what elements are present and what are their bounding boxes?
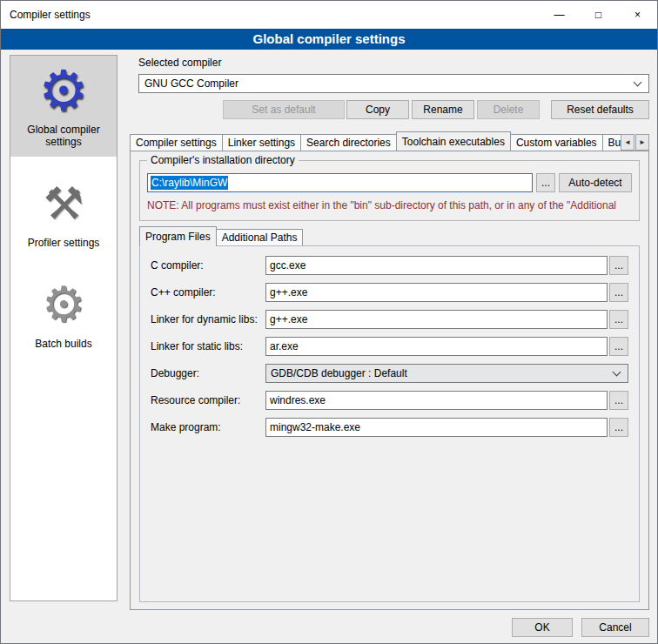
dynamic-linker-input[interactable] xyxy=(265,310,608,329)
rename-button[interactable]: Rename xyxy=(412,100,474,119)
group-title: Compiler's installation directory xyxy=(147,154,299,166)
sidebar-item-label: Batch builds xyxy=(12,338,115,350)
program-files-panel: C compiler: ... C++ compiler: ... Linker… xyxy=(139,245,640,602)
field-row-static-linker: Linker for static libs: ... xyxy=(151,337,628,356)
field-row-cpp-compiler: C++ compiler: ... xyxy=(151,283,628,302)
compiler-select[interactable]: GNU GCC Compiler xyxy=(138,74,649,93)
field-row-c-compiler: C compiler: ... xyxy=(151,256,628,275)
delete-button[interactable]: Delete xyxy=(477,100,540,119)
debugger-select-value: GDB/CDB debugger : Default xyxy=(271,367,407,379)
browse-button[interactable]: ... xyxy=(609,283,628,302)
sidebar-item-profiler-settings[interactable]: ⚒ Profiler settings xyxy=(10,169,117,258)
auto-detect-button[interactable]: Auto-detect xyxy=(559,173,632,192)
sidebar-item-batch-builds[interactable]: ⚙ Batch builds xyxy=(10,270,117,359)
window-title: Compiler settings xyxy=(1,9,91,21)
chevron-down-icon xyxy=(634,78,642,87)
field-label: Linker for dynamic libs: xyxy=(151,313,265,325)
copy-button[interactable]: Copy xyxy=(346,100,409,119)
tab-search-directories[interactable]: Search directories xyxy=(300,134,397,151)
browse-button[interactable]: ... xyxy=(609,310,628,329)
tab-linker-settings[interactable]: Linker settings xyxy=(222,134,301,151)
reset-defaults-button[interactable]: Reset defaults xyxy=(551,100,649,119)
dialog-header: Global compiler settings xyxy=(1,29,657,50)
close-button[interactable]: × xyxy=(618,1,657,28)
profiler-tool-icon: ⚒ xyxy=(12,176,115,231)
tab-scrollers: ◄ ► xyxy=(621,134,649,151)
set-as-default-button[interactable]: Set as default xyxy=(223,100,345,119)
field-row-make-program: Make program: ... xyxy=(151,418,628,437)
tab-custom-variables[interactable]: Custom variables xyxy=(510,134,603,151)
browse-button[interactable]: ... xyxy=(609,391,628,410)
program-files-tabstrip: Program Files Additional Paths xyxy=(139,226,640,245)
field-row-resource-compiler: Resource compiler: ... xyxy=(151,391,628,410)
minimize-button[interactable]: — xyxy=(540,1,579,28)
installation-directory-group: Compiler's installation directory C:\ray… xyxy=(139,160,640,221)
field-label: C++ compiler: xyxy=(151,286,265,299)
field-row-dynamic-linker: Linker for dynamic libs: ... xyxy=(151,310,628,329)
field-row-debugger: Debugger: GDB/CDB debugger : Default xyxy=(151,364,628,383)
chevron-down-icon xyxy=(613,368,621,377)
browse-button[interactable]: ... xyxy=(609,418,628,437)
main-area: Selected compiler GNU GCC Compiler Set a… xyxy=(130,55,649,612)
field-label: Linker for static libs: xyxy=(151,340,265,352)
c-compiler-input[interactable] xyxy=(265,256,608,275)
caption-buttons: — □ × xyxy=(540,1,657,28)
toolchain-panel: Compiler's installation directory C:\ray… xyxy=(130,151,649,610)
field-label: Debugger: xyxy=(151,367,265,379)
field-label: Resource compiler: xyxy=(151,394,265,406)
field-label: C compiler: xyxy=(151,259,265,272)
cancel-button[interactable]: Cancel xyxy=(581,618,649,637)
cpp-compiler-input[interactable] xyxy=(265,283,608,302)
selected-compiler-label: Selected compiler xyxy=(138,57,221,69)
static-linker-input[interactable] xyxy=(265,337,608,356)
make-program-input[interactable] xyxy=(265,418,608,437)
sidebar: ⚙ Global compiler settings ⚒ Profiler se… xyxy=(10,55,118,601)
ok-button[interactable]: OK xyxy=(512,618,573,637)
installation-directory-row: C:\raylib\MinGW ... Auto-detect xyxy=(147,173,632,192)
installation-directory-input[interactable]: C:\raylib\MinGW xyxy=(147,173,533,192)
tab-scroll-left-button[interactable]: ◄ xyxy=(621,134,634,151)
tab-scroll-right-button[interactable]: ► xyxy=(635,134,649,151)
sidebar-item-global-compiler-settings[interactable]: ⚙ Global compiler settings xyxy=(10,56,117,157)
field-label: Make program: xyxy=(151,421,265,433)
tab-compiler-settings[interactable]: Compiler settings xyxy=(130,134,223,151)
browse-button[interactable]: ... xyxy=(609,337,628,356)
sidebar-item-label: Profiler settings xyxy=(12,237,115,249)
gray-gear-icon: ⚙ xyxy=(12,277,115,332)
tab-additional-paths[interactable]: Additional Paths xyxy=(216,229,304,245)
debugger-select[interactable]: GDB/CDB debugger : Default xyxy=(265,364,628,383)
gear-icon: ⚙ xyxy=(12,63,115,118)
titlebar: Compiler settings — □ × xyxy=(1,1,657,29)
tab-program-files[interactable]: Program Files xyxy=(139,226,217,246)
tab-toolchain-executables[interactable]: Toolchain executables xyxy=(396,131,511,151)
selected-text: C:\raylib\MinGW xyxy=(151,176,228,190)
maximize-button[interactable]: □ xyxy=(579,1,618,28)
compiler-select-value: GNU GCC Compiler xyxy=(144,77,238,90)
settings-tabstrip: Compiler settings Linker settings Search… xyxy=(130,131,649,151)
note-text: NOTE: All programs must exist either in … xyxy=(147,199,639,211)
resource-compiler-input[interactable] xyxy=(265,391,608,410)
browse-directory-button[interactable]: ... xyxy=(536,173,555,192)
compiler-settings-window: Compiler settings — □ × Global compiler … xyxy=(0,0,658,644)
sidebar-item-label: Global compiler settings xyxy=(12,124,115,148)
browse-button[interactable]: ... xyxy=(609,256,628,275)
